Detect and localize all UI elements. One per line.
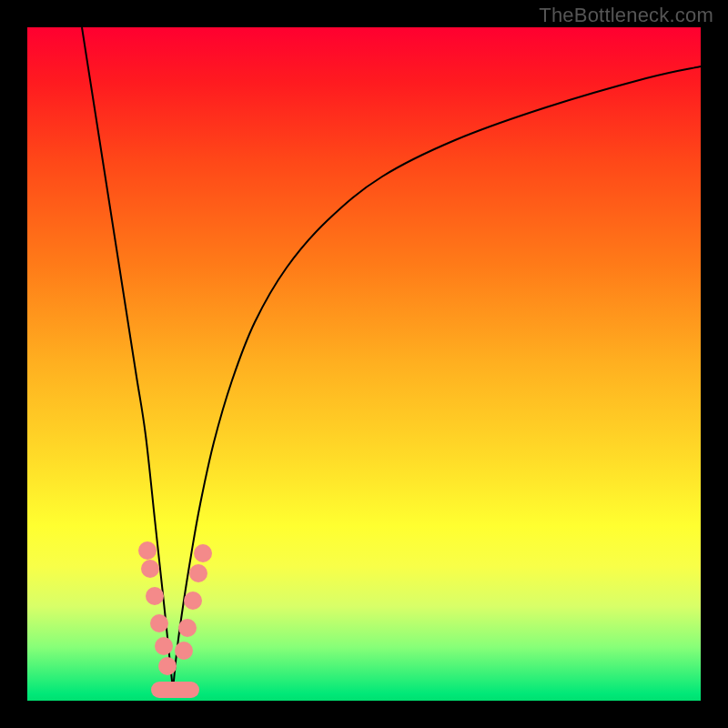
marker-right-0 [176,642,192,659]
marker-right-1 [179,620,196,636]
marker-left-5 [159,658,176,674]
marker-right-4 [195,545,211,561]
curve-right-branch [173,66,701,690]
marker-left-4 [156,638,172,654]
marker-left-1 [142,561,158,577]
marker-left-0 [139,542,156,559]
marker-left-3 [151,615,167,632]
watermark-text: TheBottleneck.com [539,4,713,27]
marker-right-2 [185,592,201,609]
marker-right-3 [190,565,207,581]
plot-area [27,27,701,701]
chart-svg [27,27,701,701]
marker-left-2 [147,588,163,604]
chart-frame: TheBottleneck.com [0,0,728,728]
